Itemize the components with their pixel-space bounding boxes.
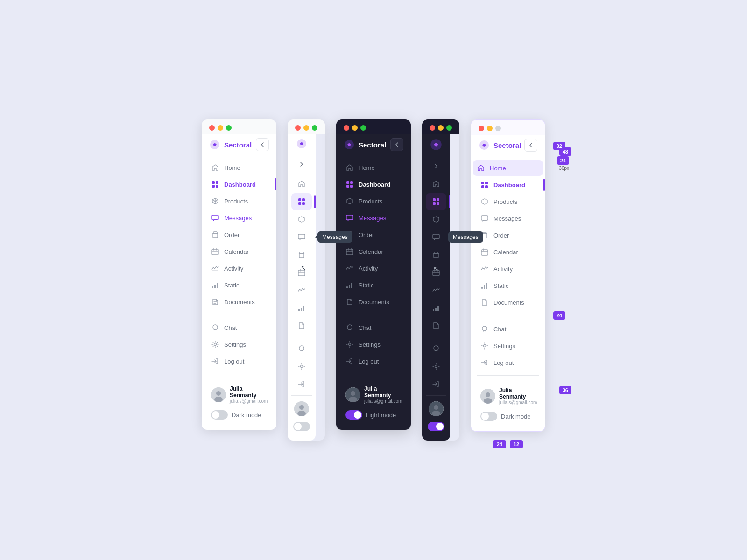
collapsed-toggle[interactable] <box>291 420 312 433</box>
dark-collapsed-documents[interactable] <box>426 317 446 334</box>
dark-collapsed-messages[interactable]: Messages <box>426 229 446 245</box>
dark-dashboard[interactable]: Dashboard <box>342 176 405 192</box>
measure-order[interactable]: Order <box>477 227 539 243</box>
sidebar-item-chat[interactable]: Chat <box>207 320 271 336</box>
dark-messages-tooltip: Messages <box>448 231 483 243</box>
dark-collapsed-calendar[interactable] <box>426 264 446 281</box>
sidebar-item-messages[interactable]: Messages <box>207 210 271 226</box>
dark-products[interactable]: Products <box>342 193 405 209</box>
sidebar-item-products[interactable]: Products <box>207 193 271 209</box>
dark-collapsed-settings[interactable] <box>426 358 446 375</box>
measure-home[interactable]: Home 36px 24 <box>473 160 543 176</box>
collapsed-home[interactable] <box>291 175 312 192</box>
measure-back-btn[interactable] <box>524 139 537 152</box>
dark-collapsed-dashboard[interactable] <box>426 193 446 210</box>
dark-order-label: Order <box>359 231 374 238</box>
dark-logout[interactable]: Log out <box>342 353 405 369</box>
svg-rect-66 <box>481 182 484 184</box>
dark-divider-1 <box>342 315 405 315</box>
dark-collapsed-activity[interactable] <box>426 282 446 299</box>
dark-mode-toggle[interactable]: Dark mode <box>207 407 271 422</box>
dark-messages-label: Messages <box>359 215 386 222</box>
dark-static[interactable]: Static <box>342 277 405 293</box>
dark-order-icon <box>345 231 354 239</box>
dark-calendar[interactable]: Calendar <box>342 244 405 259</box>
measure-chat[interactable]: Chat <box>477 321 539 337</box>
dark-settings[interactable]: Settings <box>342 336 405 352</box>
dark-documents[interactable]: Documents <box>342 294 405 310</box>
measure-mode-toggle[interactable]: Dark mode <box>477 409 539 424</box>
measure-dashboard-icon <box>480 181 489 189</box>
collapsed-toggle-track[interactable] <box>293 422 310 431</box>
dark-settings-icon <box>345 340 354 349</box>
measure-calendar[interactable]: Calendar <box>477 244 539 260</box>
svg-rect-38 <box>346 215 353 220</box>
dark-expand-button[interactable] <box>426 158 446 175</box>
window-measure: 48 Sectoral 32 <box>471 119 545 432</box>
dark-collapsed-divider-2 <box>426 395 446 396</box>
svg-point-47 <box>351 391 355 396</box>
collapsed-static[interactable] <box>291 300 312 316</box>
dark-home[interactable]: Home <box>342 160 405 175</box>
collapse-button[interactable] <box>256 138 269 151</box>
measure-logout[interactable]: Log out <box>477 355 539 371</box>
sidebar-item-settings[interactable]: Settings <box>207 336 271 352</box>
sidebar-item-activity[interactable]: Activity <box>207 260 271 276</box>
collapsed-products[interactable] <box>291 211 312 228</box>
dot-red-4 <box>430 125 435 131</box>
measure-documents[interactable]: Documents <box>477 294 539 310</box>
svg-point-32 <box>297 411 306 416</box>
sidebar-item-static[interactable]: Static <box>207 277 271 293</box>
collapsed-order[interactable] <box>291 246 312 263</box>
toggle-track[interactable] <box>211 410 228 420</box>
svg-rect-10 <box>214 285 216 288</box>
measure-dashboard[interactable]: Dashboard <box>477 177 539 193</box>
dark-order[interactable]: Order <box>342 227 405 243</box>
expand-button-collapsed[interactable] <box>291 156 312 173</box>
calendar-label: Calendar <box>224 248 249 255</box>
sidebar-item-calendar[interactable]: Calendar <box>207 244 271 259</box>
sidebar-item-documents[interactable]: Documents <box>207 294 271 310</box>
collapsed-documents[interactable] <box>291 317 312 334</box>
collapsed-activity[interactable] <box>291 282 312 299</box>
svg-rect-20 <box>298 202 301 205</box>
dark-documents-label: Documents <box>359 299 389 306</box>
measure-settings[interactable]: Settings <box>477 338 539 354</box>
measure-messages[interactable]: Messages <box>477 210 539 226</box>
measure-toggle-track[interactable] <box>480 412 497 421</box>
svg-rect-7 <box>212 249 218 255</box>
collapsed-settings[interactable] <box>291 358 312 375</box>
dark-activity[interactable]: Activity <box>342 260 405 276</box>
dot-yellow-3 <box>352 125 358 131</box>
svg-rect-39 <box>347 233 352 238</box>
dark-collapsed-toggle[interactable] <box>428 422 444 431</box>
collapsed-calendar[interactable] <box>291 264 312 281</box>
measure-logo-icon <box>479 140 490 151</box>
sidebar-item-dashboard[interactable]: Dashboard <box>207 176 271 192</box>
dark-collapsed-static[interactable] <box>426 300 446 316</box>
dark-collapsed-chat[interactable] <box>426 340 446 357</box>
bottom-badges-row: 24 12 <box>471 440 545 448</box>
collapsed-messages[interactable]: Messages <box>291 229 312 245</box>
dark-collapsed-products[interactable] <box>426 211 446 228</box>
dark-collapsed-logout[interactable] <box>426 376 446 392</box>
sidebar-item-order[interactable]: Order <box>207 227 271 243</box>
sidebar-item-logout[interactable]: Log out <box>207 353 271 369</box>
svg-rect-43 <box>351 283 352 288</box>
dark-messages[interactable]: Messages <box>342 210 405 226</box>
measure-activity[interactable]: Activity <box>477 261 539 277</box>
measure-static[interactable]: Static <box>477 278 539 294</box>
collapsed-logout[interactable] <box>291 376 312 392</box>
dark-chat[interactable]: Chat <box>342 320 405 336</box>
dark-collapsed-home[interactable] <box>426 175 446 192</box>
messages-icon <box>211 214 219 222</box>
collapsed-chat[interactable] <box>291 340 312 357</box>
dark-mode-toggle[interactable]: Light mode <box>342 407 405 422</box>
measure-products[interactable]: Products <box>477 194 539 210</box>
dark-collapsed-order[interactable] <box>426 246 446 263</box>
collapse-button-dark[interactable] <box>390 138 403 151</box>
collapsed-dashboard[interactable] <box>291 193 312 210</box>
sidebar-item-home[interactable]: Home <box>207 160 271 175</box>
svg-rect-36 <box>346 185 349 188</box>
dark-toggle-track[interactable] <box>345 410 362 420</box>
